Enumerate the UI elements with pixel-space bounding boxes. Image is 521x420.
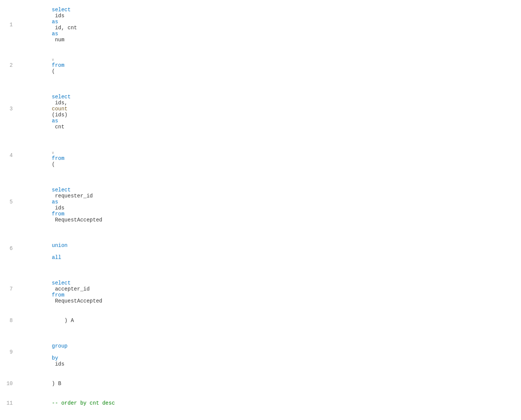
line-number-3: 3 — [0, 81, 19, 137]
fold-icon-2[interactable]: ∨ — [52, 57, 56, 62]
code-content-5: select requester_id as ids from RequestA… — [19, 174, 521, 230]
code-content-10: ) B — [19, 374, 521, 393]
line-number-11: 11 — [0, 393, 19, 413]
line-number-12: 12 — [0, 413, 19, 420]
code-table: 1 select ids as id, cnt as num 2 ∨ from … — [0, 0, 521, 420]
code-row-12: 12 -- limit 1; — [0, 413, 521, 420]
code-content-12: -- limit 1; — [19, 413, 521, 420]
code-row-3: 3 select ids, count (ids) as cnt — [0, 81, 521, 137]
code-content-7: select accepter_id from RequestAccepted — [19, 267, 521, 311]
code-row-10: 10 ) B — [0, 374, 521, 393]
kw-select: select — [52, 7, 71, 13]
line-number-8: 8 — [0, 311, 19, 330]
fold-icon-4[interactable]: ∨ — [52, 151, 56, 155]
code-content-9: group by ids — [19, 330, 521, 374]
line-number-10: 10 — [0, 374, 19, 393]
code-row-11: 11 -- order by cnt desc — [0, 393, 521, 413]
line-number-5: 5 — [0, 174, 19, 230]
code-content-1: select ids as id, cnt as num — [19, 0, 521, 50]
line-number-1: 1 — [0, 0, 19, 50]
code-content-6: union all — [19, 230, 521, 267]
line-number-7: 7 — [0, 267, 19, 311]
line-number-2: 2 — [0, 50, 19, 81]
code-content-8: ) A — [19, 311, 521, 330]
code-content-3: select ids, count (ids) as cnt — [19, 81, 521, 137]
code-row-2: 2 ∨ from ( — [0, 50, 521, 81]
line-number-9: 9 — [0, 330, 19, 374]
code-row-9: 9 group by ids — [0, 330, 521, 374]
code-row-6: 6 union all — [0, 230, 521, 267]
code-row-5: 5 select requester_id as ids from Reques… — [0, 174, 521, 230]
code-row-8: 8 ) A — [0, 311, 521, 330]
code-content-2: ∨ from ( — [19, 50, 521, 81]
line-number-6: 6 — [0, 230, 19, 267]
line-number-4: 4 — [0, 137, 19, 174]
code-editor[interactable]: 1 select ids as id, cnt as num 2 ∨ from … — [0, 0, 521, 420]
code-row-7: 7 select accepter_id from RequestAccepte… — [0, 267, 521, 311]
code-content-4: ∨ from ( — [19, 137, 521, 174]
code-row-4: 4 ∨ from ( — [0, 137, 521, 174]
code-content-11: -- order by cnt desc — [19, 393, 521, 413]
code-row-1: 1 select ids as id, cnt as num — [0, 0, 521, 50]
